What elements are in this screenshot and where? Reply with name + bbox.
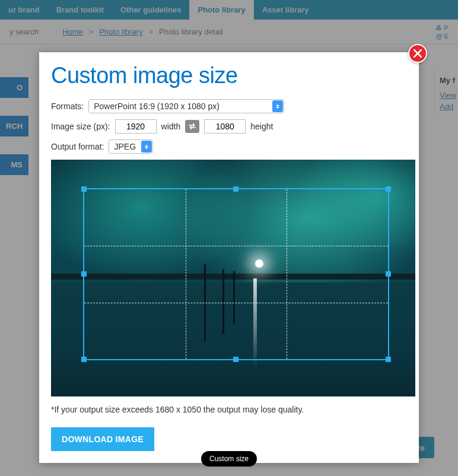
crop-grid-line	[84, 303, 388, 303]
swap-dimensions-button[interactable]	[185, 120, 199, 133]
formats-select[interactable]: PowerPoint 16:9 (1920 x 1080 px)	[88, 99, 284, 113]
height-input[interactable]	[204, 119, 246, 134]
close-button[interactable]	[408, 44, 427, 63]
crop-handle-tl[interactable]	[81, 186, 87, 192]
crop-handle-mr[interactable]	[386, 271, 391, 277]
download-image-button[interactable]: DOWNLOAD IMAGE	[51, 427, 154, 451]
crop-frame[interactable]	[83, 188, 389, 360]
image-preview[interactable]	[51, 160, 415, 396]
output-format-select[interactable]: JPEG	[109, 139, 153, 154]
output-format-label: Output format:	[51, 142, 104, 151]
width-label: width	[161, 122, 181, 131]
crop-grid-line	[186, 189, 186, 359]
custom-image-size-modal: Custom image size Formats: PowerPoint 16…	[39, 52, 419, 463]
swap-icon	[188, 123, 196, 130]
quality-note: *If your output size exceeds 1680 x 1050…	[51, 405, 407, 414]
tooltip: Custom size	[201, 451, 257, 467]
crop-handle-tr[interactable]	[386, 186, 391, 192]
width-input[interactable]	[115, 119, 157, 134]
close-icon	[414, 49, 422, 58]
formats-label: Formats:	[51, 101, 84, 111]
crop-handle-bl[interactable]	[81, 357, 87, 362]
crop-handle-tm[interactable]	[233, 186, 238, 192]
crop-handle-br[interactable]	[386, 357, 391, 362]
crop-grid-line	[287, 189, 287, 359]
crop-handle-ml[interactable]	[81, 271, 87, 277]
select-caret-icon	[272, 100, 283, 112]
select-caret-icon	[141, 141, 152, 153]
height-label: height	[250, 122, 273, 131]
imagesize-label: Image size (px):	[51, 122, 110, 131]
modal-title: Custom image size	[51, 63, 407, 88]
crop-grid-line	[84, 246, 388, 246]
crop-handle-bm[interactable]	[233, 357, 238, 362]
